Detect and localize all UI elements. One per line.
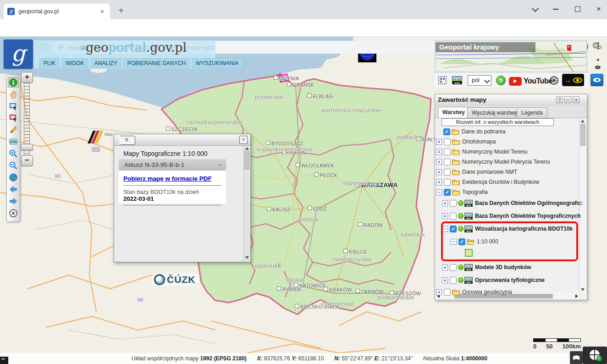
- layer-label[interactable]: Dane do pobrania: [462, 128, 505, 135]
- popup-header[interactable]: ≡ ×: [114, 134, 250, 146]
- layer-row-topografia[interactable]: −✓Topografia: [436, 187, 574, 197]
- scroll-right-icon[interactable]: [575, 294, 578, 298]
- expand-icon[interactable]: +: [442, 265, 448, 270]
- zoom-slider-handle[interactable]: [21, 144, 33, 151]
- panel-close-button[interactable]: ×: [573, 96, 579, 103]
- layer-checkbox[interactable]: [450, 264, 457, 271]
- layer-label[interactable]: Numeryczny Model Pokrycia Terenu: [462, 159, 550, 165]
- expand-icon[interactable]: +: [442, 277, 448, 283]
- popup-scrollbar[interactable]: [243, 146, 250, 261]
- grid-selection-icon[interactable]: [438, 76, 447, 84]
- layers-panel-header[interactable]: Zawartość mapy ? − ×: [435, 94, 587, 106]
- scroll-down-icon[interactable]: [581, 288, 585, 291]
- window-close-button[interactable]: ×: [590, 0, 607, 18]
- new-tab-button[interactable]: +: [116, 6, 127, 17]
- menu-plik[interactable]: PLIK: [39, 58, 60, 68]
- layer-row-dane-pomiarowe-nmt[interactable]: +Dane pomiarowe NMT: [436, 167, 574, 177]
- layer-label[interactable]: Topografia: [462, 189, 488, 195]
- expand-icon[interactable]: +: [436, 179, 442, 185]
- youtube-play-icon[interactable]: [509, 77, 522, 86]
- youtube-label[interactable]: YouTube: [524, 77, 552, 85]
- layer-row-ortofotomapa[interactable]: +Ortofotomapa: [436, 137, 574, 147]
- coordinates-xyh-tool-icon[interactable]: XYH: [8, 137, 19, 147]
- wheel-icon[interactable]: [549, 76, 559, 85]
- window-maximize-button[interactable]: [568, 0, 587, 18]
- layer-row-opracowania-tyflologiczne[interactable]: +wmsOpracowania tyflologiczne: [442, 275, 579, 285]
- window-minimize-button[interactable]: [546, 0, 565, 18]
- settings-gear-icon[interactable]: ⚙⚙: [592, 40, 600, 51]
- previous-view-tool-icon[interactable]: [8, 184, 19, 194]
- layer-label[interactable]: Ortofotomapa: [462, 138, 496, 145]
- kiosk-mode-button[interactable]: →: [562, 74, 584, 86]
- layer-row-osnowa-geodezyjna[interactable]: +Osnowa geodezyjna: [436, 287, 574, 297]
- visibility-eye-button[interactable]: [590, 74, 603, 86]
- layer-checkbox[interactable]: ✓: [443, 128, 450, 135]
- layer-row-1-10-000[interactable]: −✓1:10 000: [451, 237, 588, 247]
- overview-minimap[interactable]: Geoportal krajowy: [435, 40, 587, 72]
- expand-icon[interactable]: +: [436, 159, 442, 165]
- geoportal-logo[interactable]: g: [4, 39, 33, 69]
- full-extent-tool-icon[interactable]: [8, 172, 19, 182]
- zoom-box-out-tool-icon[interactable]: [8, 113, 19, 123]
- collapse-dot-icon[interactable]: [597, 59, 599, 61]
- layer-label[interactable]: 1:10 000: [477, 238, 498, 245]
- panel-minimize-button[interactable]: −: [564, 96, 571, 103]
- collapse-icon[interactable]: −: [436, 189, 442, 195]
- tab-warstwy[interactable]: Warstwy: [438, 107, 469, 118]
- layer-checkbox[interactable]: [444, 149, 451, 155]
- layer-checkbox[interactable]: [450, 277, 457, 284]
- layer-row-wizualizacja-kartograficzna-bdot10k[interactable]: −✓wmsWizualizacja kartograficzna BDOT10k: [442, 224, 579, 234]
- tab-close-icon[interactable]: ×: [98, 7, 106, 16]
- layer-label[interactable]: Ewidencja Gruntów i Budynków: [462, 179, 539, 185]
- layer-label[interactable]: Modele 3D budynków: [475, 264, 531, 270]
- layer-row-ewidencja-gruntów-i-budynków[interactable]: +Ewidencja Gruntów i Budynków: [436, 177, 574, 187]
- clear-tool-icon[interactable]: [8, 208, 19, 218]
- layer-label[interactable]: Dane pomiarowe NMT: [462, 169, 517, 175]
- scroll-up-icon[interactable]: [245, 147, 249, 150]
- popup-accordion-header[interactable]: Arkusz N-33-95-B-b-1 −: [119, 159, 226, 171]
- scroll-up-icon[interactable]: [581, 120, 585, 122]
- layer-checkbox[interactable]: [444, 159, 451, 165]
- layer-checkbox[interactable]: [444, 138, 451, 145]
- zoom-in-tool-icon[interactable]: [8, 149, 19, 159]
- menu-analizy[interactable]: ANALIZY: [90, 58, 121, 68]
- browser-tab[interactable]: g geoportal.gov.pl ×: [4, 4, 110, 19]
- tab-wyszukaj-warstwe[interactable]: Wyszukaj warstwę: [467, 107, 522, 118]
- expand-icon[interactable]: +: [436, 169, 442, 175]
- layer-label[interactable]: Numeryczny Model Terenu: [462, 149, 528, 155]
- tab-search-chevron-icon[interactable]: [528, 0, 542, 18]
- layer-row-numeryczny-model-terenu[interactable]: +Numeryczny Model Terenu: [436, 147, 574, 157]
- accordion-collapse-icon[interactable]: −: [218, 159, 221, 171]
- collapse-icon[interactable]: −: [451, 239, 457, 245]
- identify-tool-icon[interactable]: i: [8, 77, 19, 88]
- layer-row-baza-danych-obiektów-topograficznych[interactable]: +wmsBaza Danych Obiektów Topograficznych: [442, 211, 579, 221]
- language-select[interactable]: pol: [468, 75, 491, 86]
- layer-checkbox[interactable]: [450, 200, 457, 207]
- layer-checkbox[interactable]: ✓: [450, 226, 457, 232]
- layer-row-numeryczny-model-pokrycia-terenu[interactable]: +Numeryczny Model Pokrycia Terenu: [436, 157, 574, 167]
- panel-scroll-thumb[interactable]: [580, 124, 585, 146]
- zoom-slider-plus[interactable]: +: [21, 72, 33, 83]
- popup-scroll-thumb[interactable]: [244, 151, 249, 170]
- help-button[interactable]: ?: [496, 76, 506, 85]
- layer-label[interactable]: Osnowa geodezyjna: [462, 289, 512, 295]
- popup-list-icon[interactable]: ≡: [118, 136, 135, 145]
- basemap-selector-button[interactable]: ✓: [583, 347, 607, 364]
- layer-checkbox[interactable]: ✓: [444, 189, 451, 196]
- layer-checkbox[interactable]: [450, 213, 457, 220]
- scroll-down-icon[interactable]: [245, 256, 249, 259]
- layer-checkbox[interactable]: ✓: [458, 238, 465, 245]
- bottom-left-chip[interactable]: [0, 357, 8, 364]
- wms-icon[interactable]: wms: [452, 76, 462, 85]
- layer-label[interactable]: Opracowania tyflologiczne: [475, 277, 545, 283]
- panel-help-button[interactable]: ?: [556, 96, 563, 103]
- expand-icon[interactable]: +: [436, 289, 442, 295]
- pan-tool-icon[interactable]: [8, 89, 19, 99]
- expand-icon[interactable]: +: [442, 200, 448, 206]
- draw-tool-icon[interactable]: [8, 125, 19, 135]
- basemap-tile-button[interactable]: [570, 351, 583, 364]
- zoom-slider-minus[interactable]: −: [21, 155, 33, 166]
- layer-checkbox[interactable]: [444, 169, 451, 176]
- zoom-box-in-tool-icon[interactable]: [8, 101, 19, 111]
- menu-pobieranie-danych[interactable]: POBIERANIE DANYCH: [123, 58, 190, 68]
